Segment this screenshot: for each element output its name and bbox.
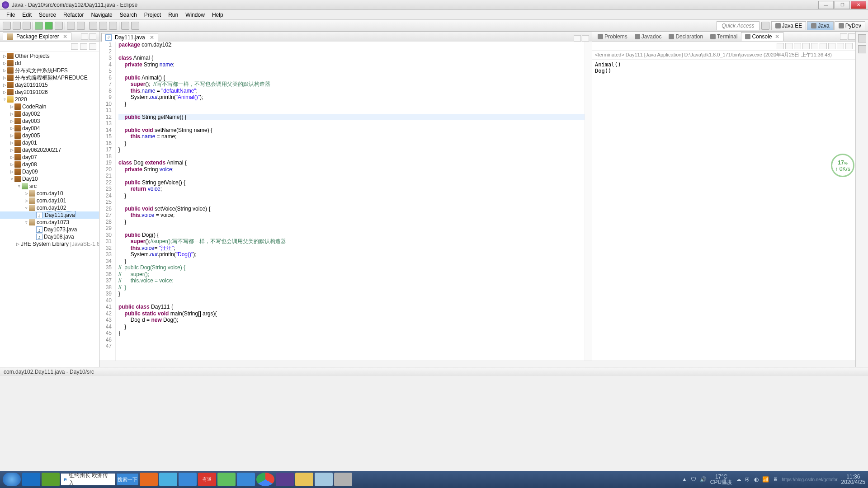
quick-access[interactable]: Quick Access bbox=[717, 21, 759, 30]
horizontal-scrollbar[interactable] bbox=[99, 361, 592, 367]
tree-node[interactable]: ▷com.day101 bbox=[0, 197, 99, 204]
tray-icon[interactable]: 📶 bbox=[762, 476, 769, 483]
view-tab-declaration[interactable]: Declaration bbox=[665, 33, 707, 41]
expand-icon[interactable]: ▿ bbox=[2, 96, 7, 103]
open-type-icon[interactable] bbox=[89, 22, 97, 30]
taskbar-search[interactable]: e 纽约州长 欧洲传入 bbox=[61, 474, 115, 485]
menu-source[interactable]: Source bbox=[35, 11, 60, 19]
maximize-icon[interactable] bbox=[848, 33, 855, 40]
tray-icon[interactable]: 🖥 bbox=[773, 476, 778, 483]
explorer-icon[interactable] bbox=[295, 473, 313, 486]
close-icon[interactable]: ✕ bbox=[775, 33, 779, 40]
tray-icon[interactable]: ⛨ bbox=[745, 476, 750, 483]
expand-icon[interactable]: ▷ bbox=[9, 139, 14, 146]
save-all-icon[interactable] bbox=[23, 22, 31, 30]
menu-help[interactable]: Help bbox=[208, 11, 227, 19]
menu-refactor[interactable]: Refactor bbox=[60, 11, 87, 19]
minimize-icon[interactable] bbox=[81, 33, 88, 40]
expand-icon[interactable]: ▿ bbox=[24, 219, 29, 226]
new-class-icon[interactable] bbox=[77, 22, 85, 30]
save-icon[interactable] bbox=[13, 22, 21, 30]
menu-edit[interactable]: Edit bbox=[19, 11, 35, 19]
outline-icon[interactable] bbox=[858, 34, 866, 42]
menu-window[interactable]: Window bbox=[182, 11, 208, 19]
menu-project[interactable]: Project bbox=[141, 11, 165, 19]
view-tab-terminal[interactable]: Terminal bbox=[707, 33, 741, 41]
perspective-java[interactable]: Java bbox=[807, 21, 833, 30]
youdao-icon[interactable]: 有道 bbox=[198, 473, 216, 486]
maximize-icon[interactable] bbox=[582, 35, 589, 42]
view-tab-javadoc[interactable]: Javadoc bbox=[631, 33, 665, 41]
expand-icon[interactable]: ▷ bbox=[24, 190, 29, 197]
tree-node[interactable]: ▷day20191026 bbox=[0, 89, 99, 96]
collapse-all-icon[interactable] bbox=[71, 43, 78, 50]
maximize-icon[interactable] bbox=[89, 33, 96, 40]
perspective-javaee[interactable]: Java EE bbox=[771, 21, 807, 30]
expand-icon[interactable]: ▷ bbox=[2, 89, 7, 96]
new-package-icon[interactable] bbox=[67, 22, 75, 30]
tree-node[interactable]: ▷day0620200217 bbox=[0, 146, 99, 154]
open-perspective-icon[interactable] bbox=[761, 22, 769, 30]
tree-node[interactable]: ▷Day09 bbox=[0, 168, 99, 175]
expand-icon[interactable]: ▷ bbox=[9, 154, 14, 161]
editor-tab[interactable]: Day111.java ✕ bbox=[101, 33, 158, 42]
tree-node[interactable]: ▿Day10 bbox=[0, 175, 99, 183]
app-icon[interactable] bbox=[159, 473, 177, 486]
tree-node[interactable]: ▷day01 bbox=[0, 139, 99, 146]
tray-icon[interactable]: 🛡 bbox=[691, 476, 696, 483]
tray-icon[interactable]: 🔊 bbox=[700, 476, 707, 483]
tree-node[interactable]: Day1073.java bbox=[0, 226, 99, 233]
tree-node[interactable]: ▷com.day10 bbox=[0, 190, 99, 197]
debug-icon[interactable] bbox=[35, 22, 43, 30]
search-icon[interactable] bbox=[99, 22, 107, 30]
view-tab-problems[interactable]: Problems bbox=[594, 33, 631, 41]
eclipse-taskbar-icon[interactable] bbox=[276, 473, 294, 486]
cloud-icon[interactable] bbox=[179, 473, 197, 486]
expand-icon[interactable]: ▷ bbox=[2, 81, 7, 89]
annotation-icon[interactable] bbox=[109, 22, 117, 30]
forward-icon[interactable] bbox=[131, 22, 139, 30]
close-icon[interactable]: ✕ bbox=[63, 33, 67, 40]
coverage-icon[interactable] bbox=[55, 22, 63, 30]
code-content[interactable]: package com.day102; class Animal { priva… bbox=[116, 42, 585, 361]
expand-icon[interactable]: ▷ bbox=[2, 74, 7, 81]
tree-node[interactable]: ▷day003 bbox=[0, 117, 99, 125]
overview-ruler[interactable] bbox=[585, 42, 592, 361]
tree-node[interactable]: ▷分布式编程框架MAPREDUCE bbox=[0, 74, 99, 81]
open-console-icon[interactable] bbox=[828, 43, 835, 49]
menu-file[interactable]: File bbox=[3, 11, 19, 19]
expand-icon[interactable]: ▷ bbox=[9, 146, 14, 154]
expand-icon[interactable]: ▷ bbox=[9, 117, 14, 125]
remove-launch-icon[interactable] bbox=[777, 43, 784, 49]
tree-node[interactable]: ▷day07 bbox=[0, 154, 99, 161]
expand-icon[interactable]: ▷ bbox=[2, 60, 7, 67]
link-editor-icon[interactable] bbox=[80, 43, 87, 50]
expand-icon[interactable]: ▿ bbox=[24, 204, 29, 211]
maximize-icon[interactable] bbox=[845, 43, 853, 49]
tree-node[interactable]: ▷JRE System Library [JavaSE-1.8] bbox=[0, 240, 99, 248]
tree-node[interactable]: Day111.java bbox=[0, 211, 99, 219]
start-button[interactable] bbox=[3, 473, 21, 486]
expand-icon[interactable]: ▷ bbox=[9, 103, 14, 110]
app-icon[interactable] bbox=[217, 473, 236, 486]
menu-navigate[interactable]: Navigate bbox=[87, 11, 116, 19]
pin-console-icon[interactable] bbox=[811, 43, 818, 49]
expand-icon[interactable]: ▷ bbox=[24, 197, 29, 204]
remove-all-icon[interactable] bbox=[785, 43, 793, 49]
expand-icon[interactable]: ▷ bbox=[9, 161, 14, 168]
view-menu-icon[interactable] bbox=[89, 43, 96, 50]
menu-run[interactable]: Run bbox=[165, 11, 182, 19]
firefox-icon[interactable] bbox=[140, 473, 158, 486]
maximize-button[interactable]: ☐ bbox=[835, 1, 850, 9]
task-list-icon[interactable] bbox=[858, 45, 866, 53]
tree-node[interactable]: ▷CodeRain bbox=[0, 103, 99, 110]
tree-node[interactable]: ▷day004 bbox=[0, 125, 99, 132]
expand-icon[interactable]: ▷ bbox=[2, 52, 7, 60]
scroll-lock-icon[interactable] bbox=[802, 43, 810, 49]
tray-icon[interactable]: ☁ bbox=[736, 476, 741, 483]
project-tree[interactable]: ▷Other Projects▷dd▷分布式文件系统HDFS▷分布式编程框架MA… bbox=[0, 52, 99, 367]
back-icon[interactable] bbox=[121, 22, 129, 30]
expand-icon[interactable]: ▷ bbox=[9, 125, 14, 132]
console-output[interactable]: Animal() Dog() bbox=[592, 60, 855, 361]
package-explorer-tab[interactable]: Package Explorer ✕ bbox=[3, 33, 71, 40]
